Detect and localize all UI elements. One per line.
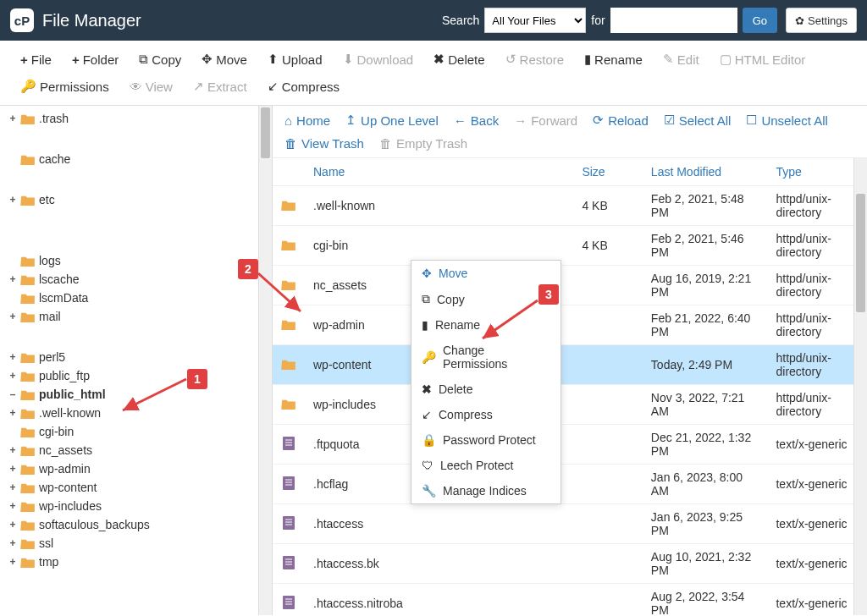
- table-row[interactable]: .hcflagJan 6, 2023, 8:00 AMtext/x-generi…: [273, 465, 867, 504]
- expander-icon[interactable]: +: [7, 194, 19, 206]
- empty-trash-button[interactable]: 🗑Empty Trash: [379, 136, 467, 151]
- extract-button[interactable]: ↗Extract: [183, 73, 257, 100]
- ctx-leech-protect[interactable]: 🛡Leech Protect: [411, 453, 561, 478]
- table-row[interactable]: .htaccess.bkAug 10, 2021, 2:32 PMtext/x-…: [273, 544, 867, 584]
- table-row[interactable]: wp-includesNov 3, 2022, 7:21 AMhttpd/uni…: [273, 385, 867, 425]
- tree-item-cgi-bin[interactable]: cgi-bin: [7, 422, 272, 441]
- ctx-change-permissions[interactable]: 🔑Change Permissions: [411, 338, 561, 377]
- x-icon: ✖: [434, 52, 445, 67]
- ctx-password-protect[interactable]: 🔒Password Protect: [411, 427, 561, 453]
- tree-item-tmp[interactable]: +tmp: [7, 553, 272, 571]
- expander-icon[interactable]: +: [7, 370, 19, 382]
- download-button[interactable]: ⬇Download: [333, 46, 424, 73]
- permissions-button[interactable]: 🔑Permissions: [10, 73, 119, 100]
- tree-item-public-html[interactable]: –public_html: [7, 385, 272, 404]
- expander-icon[interactable]: +: [7, 311, 19, 322]
- tree-item--trash[interactable]: +.trash: [7, 109, 272, 128]
- file-table-container: Name Size Last Modified Type .well-known…: [273, 158, 867, 615]
- expander-icon[interactable]: +: [7, 556, 19, 568]
- back-button[interactable]: ←Back: [454, 113, 499, 128]
- expander-icon[interactable]: +: [7, 444, 19, 456]
- edit-button[interactable]: ✎Edit: [653, 46, 710, 73]
- delete-button[interactable]: ✖Delete: [423, 46, 494, 73]
- file-name: .htaccess.bk: [305, 544, 573, 584]
- tree-item-softaculous-backups[interactable]: +softaculous_backups: [7, 515, 272, 534]
- table-scrollbar[interactable]: [853, 158, 867, 615]
- sidebar-scrollbar[interactable]: [258, 106, 272, 615]
- table-row[interactable]: wp-contentToday, 2:49 PMhttpd/unix-direc…: [273, 345, 867, 385]
- table-row[interactable]: nc_assetsAug 16, 2019, 2:21 PMhttpd/unix…: [273, 266, 867, 305]
- tree-item-wp-includes[interactable]: +wp-includes: [7, 497, 272, 515]
- tree-item-wp-content[interactable]: +wp-content: [7, 478, 272, 497]
- ctx-manage-indices[interactable]: 🔧Manage Indices: [411, 478, 561, 503]
- folder-tree-sidebar[interactable]: +.trashcache+etclogs+lscachelscmData+mai…: [0, 106, 273, 615]
- tree-item-nc-assets[interactable]: +nc_assets: [7, 441, 272, 459]
- folder-icon: [273, 266, 305, 305]
- table-row[interactable]: .htaccessJan 6, 2023, 9:25 PMtext/x-gene…: [273, 504, 867, 544]
- ctx-delete[interactable]: ✖Delete: [411, 377, 561, 402]
- folder-icon: [273, 226, 305, 266]
- col-name[interactable]: Name: [305, 158, 573, 186]
- col-type[interactable]: Type: [767, 158, 867, 186]
- folder-icon: [20, 194, 36, 206]
- restore-button[interactable]: ↺Restore: [495, 46, 575, 73]
- expander-icon[interactable]: +: [7, 537, 19, 549]
- compress-icon: ↙: [268, 79, 279, 94]
- expander-icon[interactable]: +: [7, 351, 19, 363]
- html-editor-button[interactable]: ▢HTML Editor: [710, 46, 816, 73]
- tree-item-ssl[interactable]: +ssl: [7, 534, 272, 553]
- settings-button[interactable]: ✿ Settings: [786, 8, 857, 33]
- forward-button[interactable]: →Forward: [514, 113, 577, 128]
- view-trash-button[interactable]: 🗑View Trash: [284, 136, 364, 151]
- ctx-copy[interactable]: ⧉Copy: [411, 286, 561, 312]
- tree-item-logs[interactable]: logs: [7, 251, 272, 270]
- folder-icon: [20, 370, 36, 382]
- expander-icon[interactable]: +: [7, 113, 19, 124]
- rename-button[interactable]: ▮Rename: [574, 46, 653, 73]
- table-row[interactable]: .htaccess.nitrobaAug 2, 2022, 3:54 PMtex…: [273, 584, 867, 616]
- expander-icon[interactable]: +: [7, 500, 19, 512]
- tree-item-cache[interactable]: cache: [7, 150, 272, 168]
- table-row[interactable]: wp-adminFeb 21, 2022, 6:40 PMhttpd/unix-…: [273, 305, 867, 345]
- tree-item-mail[interactable]: +mail: [7, 307, 272, 326]
- compress-button[interactable]: ↙Compress: [257, 73, 350, 100]
- col-modified[interactable]: Last Modified: [643, 158, 768, 186]
- expander-icon[interactable]: –: [7, 388, 19, 400]
- home-button[interactable]: ⌂Home: [284, 113, 330, 128]
- file-type: text/x-generic: [767, 584, 867, 616]
- table-row[interactable]: .ftpquotaDec 21, 2022, 1:32 PMtext/x-gen…: [273, 425, 867, 465]
- tree-item--well-known[interactable]: +.well-known: [7, 404, 272, 422]
- tree-item-etc[interactable]: +etc: [7, 190, 272, 209]
- ctx-rename[interactable]: ▮Rename: [411, 312, 561, 338]
- upload-button[interactable]: ⬆Upload: [257, 46, 333, 73]
- trash-icon: 🗑: [284, 136, 297, 151]
- col-size[interactable]: Size: [573, 158, 642, 186]
- expander-icon[interactable]: +: [7, 481, 19, 493]
- copy-button[interactable]: ⧉Copy: [129, 46, 191, 73]
- tree-item-lscache[interactable]: +lscache: [7, 270, 272, 289]
- tree-item-public-ftp[interactable]: +public_ftp: [7, 366, 272, 385]
- up-one-level-button[interactable]: ↥Up One Level: [345, 113, 439, 128]
- search-input[interactable]: [610, 8, 737, 33]
- expander-icon[interactable]: +: [7, 407, 19, 419]
- file-button[interactable]: +File: [10, 47, 62, 73]
- move-button[interactable]: ✥Move: [191, 46, 257, 73]
- tree-item-wp-admin[interactable]: +wp-admin: [7, 459, 272, 478]
- table-row[interactable]: .well-known4 KBFeb 2, 2021, 5:48 PMhttpd…: [273, 186, 867, 226]
- search-scope-select[interactable]: All Your Files: [484, 8, 586, 33]
- go-button[interactable]: Go: [743, 8, 777, 33]
- expander-icon[interactable]: +: [7, 273, 19, 285]
- folder-button[interactable]: +Folder: [62, 47, 129, 73]
- unselect-all-button[interactable]: ☐Unselect All: [746, 113, 827, 128]
- tree-item-lscmData[interactable]: lscmData: [7, 289, 272, 307]
- ctx-compress[interactable]: ↙Compress: [411, 402, 561, 427]
- ctx-move[interactable]: ✥Move: [411, 261, 561, 286]
- reload-button[interactable]: ⟳Reload: [593, 113, 649, 128]
- file-name: .htaccess.nitroba: [305, 584, 573, 616]
- select-all-button[interactable]: ☑Select All: [664, 113, 732, 128]
- view-button[interactable]: 👁View: [119, 74, 183, 100]
- table-row[interactable]: cgi-bin4 KBFeb 2, 2021, 5:46 PMhttpd/uni…: [273, 226, 867, 266]
- expander-icon[interactable]: +: [7, 463, 19, 475]
- tree-item-perl5[interactable]: +perl5: [7, 348, 272, 366]
- expander-icon[interactable]: +: [7, 519, 19, 531]
